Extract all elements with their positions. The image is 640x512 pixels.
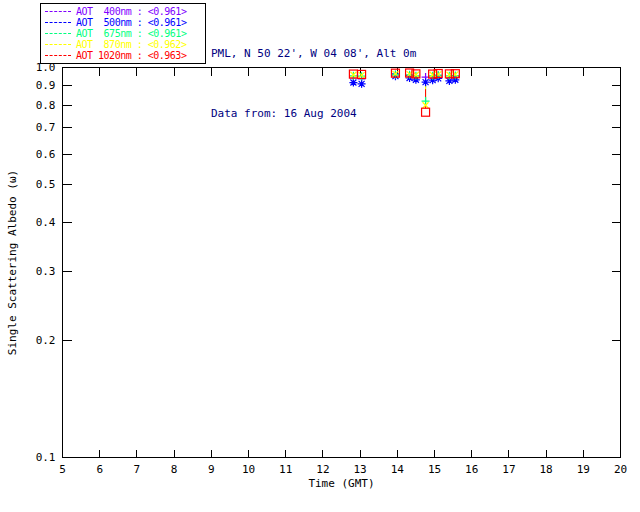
y-tick-label: 0.7	[36, 121, 56, 134]
y-tick-label: 0.5	[36, 178, 56, 191]
x-tick-label: 18	[539, 463, 552, 476]
y-tick-label: 1.0	[36, 61, 56, 74]
y-tick-label: 0.9	[36, 79, 56, 92]
x-tick-label: 19	[577, 463, 590, 476]
marker-AOT-500nm	[422, 78, 430, 86]
x-tick-label: 6	[96, 463, 103, 476]
y-tick-label: 0.6	[36, 148, 56, 161]
x-tick-label: 7	[134, 463, 141, 476]
y-tick-label: 0.1	[36, 451, 56, 464]
plot-frame	[63, 68, 621, 458]
x-tick-label: 8	[171, 463, 178, 476]
x-tick-label: 14	[391, 463, 405, 476]
x-tick-label: 16	[465, 463, 478, 476]
x-tick-label: 9	[208, 463, 215, 476]
marker-AOT-1020nm	[422, 108, 430, 116]
x-tick-label: 5	[59, 463, 66, 476]
x-tick-label: 11	[279, 463, 292, 476]
x-tick-label: 15	[428, 463, 441, 476]
y-tick-label: 0.3	[36, 265, 56, 278]
x-axis-label: Time (GMT)	[308, 477, 374, 490]
marker-AOT-675nm	[422, 97, 430, 105]
y-axis-label: Single Scattering Albedo (ω)	[6, 170, 19, 355]
marker-AOT-500nm	[358, 80, 366, 88]
x-tick-label: 20	[614, 463, 627, 476]
x-tick-label: 17	[502, 463, 515, 476]
plot-page: { "header": { "location_line": "PML, N 5…	[0, 0, 640, 512]
y-tick-label: 0.4	[36, 216, 56, 229]
x-tick-label: 10	[242, 463, 255, 476]
x-tick-label: 13	[353, 463, 366, 476]
x-tick-label: 12	[316, 463, 329, 476]
y-tick-label: 0.8	[36, 99, 56, 112]
y-tick-label: 0.2	[36, 334, 56, 347]
ssa-time-chart: 5678910111213141516171819201.00.90.80.70…	[0, 0, 640, 512]
